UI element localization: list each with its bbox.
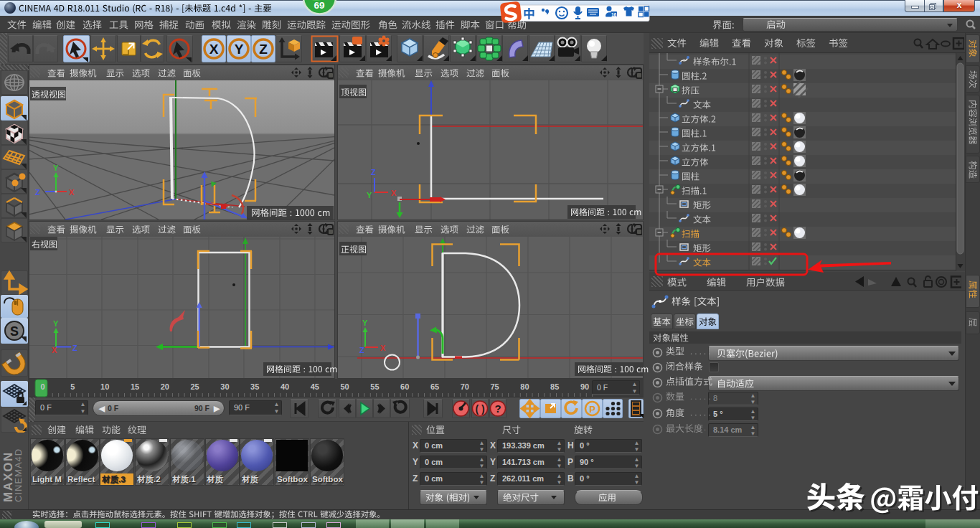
svg-text:16: 16 bbox=[611, 12, 617, 17]
svg-text:. .: . . bbox=[699, 423, 706, 432]
svg-text:69: 69 bbox=[314, 0, 324, 11]
svg-text:. .: . . bbox=[690, 362, 697, 370]
